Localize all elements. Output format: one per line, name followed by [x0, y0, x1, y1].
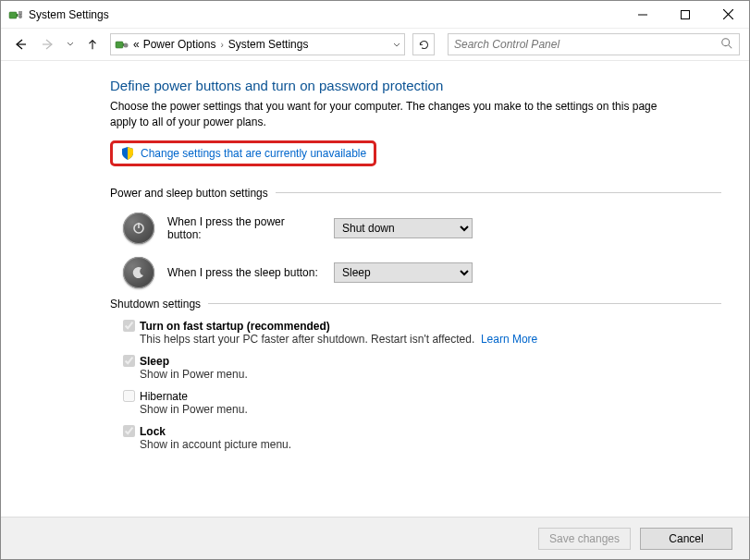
- search-icon[interactable]: [720, 37, 733, 53]
- check-hibernate: Hibernate Show in Power menu.: [123, 390, 721, 416]
- lock-label: Lock: [140, 425, 166, 438]
- chevron-right-icon: ›: [220, 40, 223, 50]
- content: Define power buttons and turn on passwor…: [1, 61, 749, 517]
- fast-startup-checkbox[interactable]: [123, 320, 135, 332]
- section-shutdown-label: Shutdown settings: [110, 298, 201, 310]
- power-button-select[interactable]: Shut down: [334, 218, 473, 238]
- hibernate-sub: Show in Power menu.: [140, 403, 721, 416]
- shield-icon: [120, 146, 135, 161]
- power-button-label: When I press the power button:: [167, 215, 321, 241]
- svg-point-2: [18, 15, 22, 18]
- back-button[interactable]: [10, 34, 31, 55]
- fast-startup-sub: This helps start your PC faster after sh…: [140, 333, 721, 346]
- power-button-row: When I press the power button: Shut down: [123, 213, 721, 244]
- svg-rect-1: [17, 14, 18, 17]
- refresh-button[interactable]: [412, 33, 435, 55]
- search-box[interactable]: [448, 33, 740, 55]
- address-dropdown-icon[interactable]: [393, 40, 400, 50]
- close-button[interactable]: [707, 1, 749, 29]
- titlebar: System Settings: [1, 1, 749, 29]
- breadcrumb-current[interactable]: System Settings: [228, 38, 309, 51]
- learn-more-link[interactable]: Learn More: [481, 333, 537, 346]
- address-bar[interactable]: « Power Options › System Settings: [110, 33, 405, 55]
- svg-rect-4: [682, 10, 690, 18]
- sleep-checkbox[interactable]: [123, 355, 135, 367]
- sleep-icon: [123, 257, 154, 288]
- cancel-button[interactable]: Cancel: [640, 528, 732, 550]
- lock-sub: Show in account picture menu.: [140, 438, 721, 451]
- window-controls: [621, 1, 749, 29]
- save-button[interactable]: Save changes: [538, 528, 631, 550]
- check-sleep: Sleep Show in Power menu.: [123, 355, 721, 381]
- minimize-button[interactable]: [621, 1, 664, 29]
- battery-plug-icon: [115, 37, 129, 52]
- svg-point-13: [722, 38, 730, 45]
- recent-dropdown[interactable]: [66, 34, 75, 55]
- check-lock: Lock Show in account picture menu.: [123, 425, 721, 451]
- up-button[interactable]: [82, 34, 103, 55]
- section-power-sleep-label: Power and sleep button settings: [110, 187, 268, 200]
- sleep-button-label: When I press the sleep button:: [167, 266, 321, 279]
- svg-line-14: [729, 44, 732, 48]
- section-power-sleep: Power and sleep button settings: [110, 187, 721, 200]
- section-shutdown: Shutdown settings: [110, 298, 721, 310]
- power-icon: [123, 213, 154, 244]
- shutdown-settings-list: Turn on fast startup (recommended) This …: [123, 320, 721, 451]
- page-heading: Define power buttons and turn on passwor…: [110, 78, 721, 93]
- forward-button[interactable]: [38, 34, 58, 55]
- fast-startup-label: Turn on fast startup (recommended): [140, 320, 330, 333]
- search-input[interactable]: [454, 38, 720, 51]
- svg-rect-0: [9, 12, 17, 18]
- hibernate-label: Hibernate: [140, 390, 188, 403]
- svg-rect-10: [116, 42, 123, 48]
- unlock-row: Change settings that are currently unava…: [110, 140, 376, 166]
- lock-checkbox[interactable]: [123, 425, 135, 437]
- sleep-label: Sleep: [140, 355, 169, 368]
- maximize-button[interactable]: [664, 1, 707, 29]
- section-line: [208, 303, 721, 304]
- page-description: Choose the power settings that you want …: [110, 99, 683, 131]
- hibernate-checkbox[interactable]: [123, 390, 135, 402]
- navbar: « Power Options › System Settings: [1, 29, 749, 60]
- check-fast-startup: Turn on fast startup (recommended) This …: [123, 320, 721, 346]
- window-title: System Settings: [29, 8, 109, 21]
- change-settings-link[interactable]: Change settings that are currently unava…: [141, 147, 366, 160]
- sleep-button-select[interactable]: Sleep: [334, 262, 473, 283]
- sleep-sub: Show in Power menu.: [140, 368, 721, 381]
- section-line: [276, 192, 721, 193]
- breadcrumb-parent[interactable]: Power Options: [143, 38, 216, 51]
- sleep-button-row: When I press the sleep button: Sleep: [123, 257, 721, 288]
- fast-startup-sub-text: This helps start your PC faster after sh…: [140, 333, 474, 346]
- battery-plug-icon: [8, 7, 23, 22]
- footer: Save changes Cancel: [1, 517, 749, 559]
- breadcrumb-prefix: «: [133, 38, 140, 51]
- svg-point-12: [124, 43, 129, 48]
